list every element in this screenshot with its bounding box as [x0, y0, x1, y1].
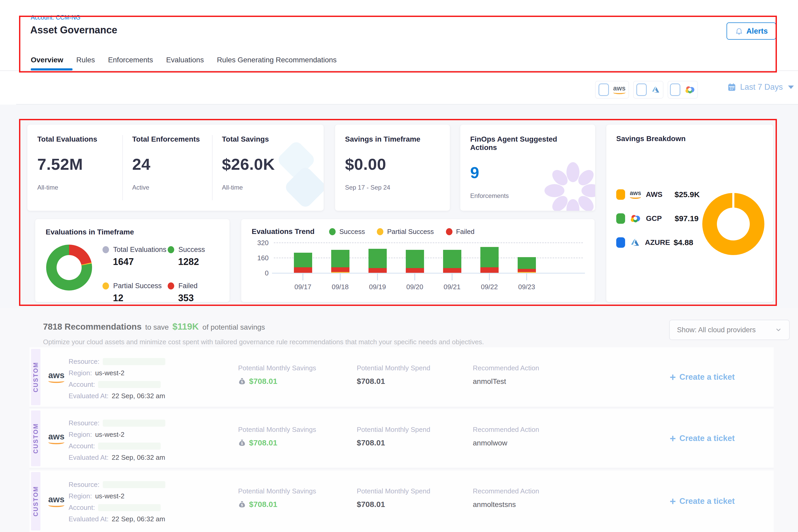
- recommended-action: Recommended Action anmolwow: [473, 425, 539, 447]
- svg-text:$: $: [241, 503, 243, 507]
- evaluations-timeframe-donut-chart: [46, 245, 92, 290]
- money-bag-icon: $: [238, 500, 246, 508]
- trend-bar-09/23: [508, 243, 545, 273]
- resource-info: Resource: Region:us-west-2 Account: Eval…: [69, 417, 165, 463]
- provider-name: GCP: [646, 214, 670, 223]
- savings-value: $708.01: [249, 438, 277, 447]
- create-ticket-button[interactable]: + Create a ticket: [670, 496, 735, 507]
- x-axis-label-09/20: 09/20: [396, 273, 433, 291]
- account-label: Account:: [69, 380, 95, 388]
- x-axis-label-09/17: 09/17: [284, 273, 322, 291]
- stat-caption: All-time: [37, 184, 113, 191]
- azure-checkbox[interactable]: [636, 83, 647, 96]
- date-range-label: Last 7 Days: [740, 82, 783, 92]
- failed-dot-icon: [168, 282, 174, 289]
- stat-caption: Active: [132, 184, 203, 191]
- tab-enforcements[interactable]: Enforcements: [108, 56, 153, 64]
- legend-item-gcp: GCP $97.19: [616, 213, 700, 224]
- filter-chip-aws[interactable]: aws: [595, 81, 629, 99]
- x-axis-label-09/21: 09/21: [433, 273, 471, 291]
- bell-icon: [735, 27, 743, 35]
- page-title: Asset Governance: [30, 24, 117, 36]
- select-value: Show: All cloud providers: [677, 326, 756, 334]
- stat-value: 7.52M: [37, 155, 113, 173]
- azure-logo-icon: [630, 237, 640, 248]
- recommendations-savings-amount: $119K: [172, 321, 199, 332]
- plus-icon: +: [670, 433, 676, 443]
- chevron-down-icon: [788, 86, 794, 89]
- tab-overview[interactable]: Overview: [31, 56, 63, 64]
- plus-icon: +: [670, 372, 676, 382]
- recommendation-row[interactable]: CUSTOM aws Resource: Region:us-west-2 Ac…: [30, 347, 774, 407]
- stat-total-enforcements: Total Enforcements 24 Active: [132, 135, 203, 200]
- stat-value: 24: [132, 155, 203, 173]
- recommendations-tail-text: of potential savings: [202, 323, 265, 331]
- bar-segment-success: [518, 257, 536, 269]
- tab-bar: Overview Rules Enforcements Evaluations …: [31, 56, 337, 64]
- legend-label: Failed: [456, 228, 475, 236]
- y-axis-tick-0: 0: [250, 269, 269, 277]
- azure-logo-icon: [651, 85, 660, 94]
- evaluated-at-value: 22 Sep, 06:32 am: [112, 454, 165, 461]
- breadcrumb-account-link[interactable]: Account: CCM-NG: [31, 14, 80, 21]
- bar-segment-success: [443, 250, 461, 268]
- legend-label: Failed: [178, 282, 198, 290]
- tab-rules-generating-recommendations[interactable]: Rules Generating Recommendations: [217, 56, 337, 64]
- cloud-provider-filter-select[interactable]: Show: All cloud providers: [669, 320, 790, 340]
- spend-value: $708.01: [357, 377, 430, 386]
- evaluations-timeframe-title: Evaluations in Timeframe: [46, 228, 219, 236]
- stat-divider: [122, 135, 123, 200]
- svg-text:$: $: [241, 441, 243, 445]
- x-axis-label-09/19: 09/19: [359, 273, 396, 291]
- flower-watermark-icon: [543, 160, 595, 211]
- x-axis-tick: [340, 273, 341, 280]
- account-label: Account:: [69, 504, 95, 512]
- provider-savings-value: $97.19: [674, 214, 699, 223]
- savings-breakdown-donut-chart: [702, 193, 764, 255]
- gcp-checkbox[interactable]: [670, 83, 680, 96]
- finops-agent-card: FinOps Agent Suggested Actions 9 Enforce…: [460, 125, 595, 211]
- x-axis-tick: [489, 273, 490, 280]
- bar-segment-failed: [368, 268, 387, 273]
- tab-evaluations[interactable]: Evaluations: [166, 56, 204, 64]
- potential-monthly-savings: Potential Monthly Savings $$708.01: [238, 364, 316, 386]
- resource-info: Resource: Region:us-west-2 Account: Eval…: [69, 356, 165, 402]
- x-axis-label-09/18: 09/18: [322, 273, 359, 291]
- recommendations-count: 7818 Recommendations: [43, 322, 141, 332]
- filter-chip-gcp[interactable]: [668, 81, 698, 99]
- legend-label: Success: [339, 228, 365, 236]
- recommendation-row[interactable]: CUSTOM aws Resource: Region:us-west-2 Ac…: [30, 471, 774, 532]
- aws-logo-icon: aws: [48, 495, 64, 507]
- create-ticket-button[interactable]: + Create a ticket: [670, 433, 735, 443]
- create-ticket-button[interactable]: + Create a ticket: [670, 372, 735, 382]
- alerts-button[interactable]: Alerts: [726, 22, 776, 40]
- date-range-picker[interactable]: Last 7 Days: [727, 82, 794, 92]
- stat-divider: [212, 135, 212, 200]
- x-axis-tick: [377, 273, 378, 280]
- trend-bar-09/20: [396, 243, 433, 273]
- resource-placeholder: [103, 358, 165, 365]
- recommendation-row[interactable]: CUSTOM aws Resource: Region:us-west-2 Ac…: [30, 409, 774, 468]
- gcp-logo-icon: [630, 214, 641, 224]
- resource-placeholder: [103, 481, 165, 488]
- evaluations-trend-card: Evaluations Trend Success Partial Succes…: [241, 219, 594, 302]
- totals-card: Total Evaluations 7.52M All-time Total E…: [27, 125, 324, 211]
- y-axis-tick-320: 320: [250, 239, 269, 247]
- gcp-logo-icon: [685, 85, 696, 94]
- savings-breakdown-title: Savings Breakdown: [616, 135, 763, 143]
- trend-bar-09/19: [359, 243, 396, 273]
- filter-chip-azure[interactable]: [633, 81, 663, 99]
- plus-icon: +: [670, 496, 676, 507]
- y-axis-tick-160: 160: [250, 254, 269, 262]
- aws-checkbox[interactable]: [598, 83, 609, 96]
- region-value: us-west-2: [95, 369, 125, 377]
- evaluated-at-value: 22 Sep, 06:32 am: [112, 392, 165, 400]
- bar-segment-failed: [294, 267, 312, 273]
- tab-rules[interactable]: Rules: [76, 56, 95, 64]
- legend-value: 1647: [113, 256, 168, 267]
- x-axis-tick: [414, 273, 415, 280]
- recommended-action: Recommended Action anmoltestsns: [473, 487, 539, 509]
- legend-label: Partial Success: [387, 228, 434, 236]
- total-dot-icon: [102, 246, 109, 253]
- x-axis-tick: [303, 273, 303, 280]
